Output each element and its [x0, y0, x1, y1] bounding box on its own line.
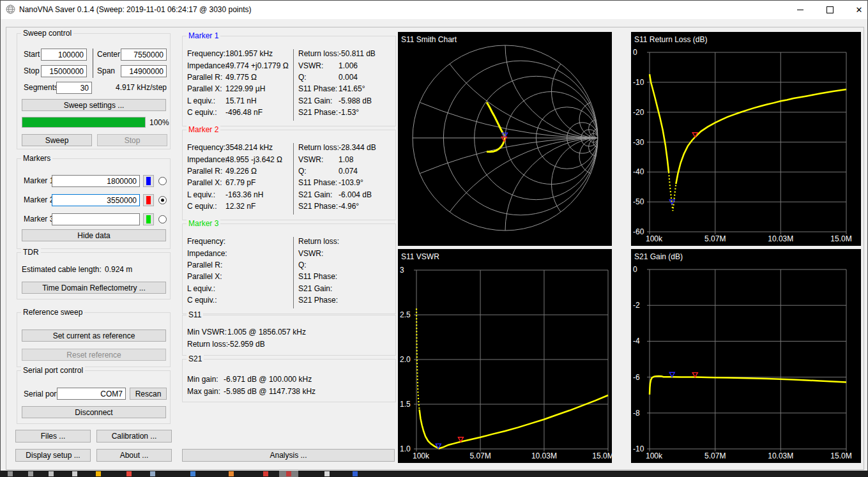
close-button[interactable]: ✕ — [845, 0, 868, 19]
taskbar-app-icon[interactable] — [96, 471, 101, 476]
svg-text:15.0M: 15.0M — [830, 451, 851, 460]
app-window: NanoVNA Saver 0.1.4 (Sweep: 2019-11-01 0… — [0, 0, 868, 477]
center-label: Center — [97, 50, 120, 59]
s11-stats-title: S11 — [187, 310, 203, 319]
s11-return-loss-chart[interactable]: 0-10-20-30-40-50-60100k5.07M10.03M15.0MS… — [631, 32, 861, 246]
stop-button[interactable]: Stop — [97, 134, 167, 146]
svg-text:2.5: 2.5 — [400, 310, 411, 319]
title-bar: NanoVNA Saver 0.1.4 (Sweep: 2019-11-01 0… — [0, 0, 868, 19]
marker1-label: Marker 1 — [24, 176, 54, 185]
about-button[interactable]: About ... — [96, 449, 172, 462]
data-row: Impedance:49.774 +j0.1779 Ω — [187, 59, 292, 71]
maximize-button[interactable] — [816, 0, 844, 19]
taskbar-app-icon[interactable] — [28, 471, 33, 476]
data-row: Frequency:1801.957 kHz — [187, 48, 292, 59]
taskbar-app-icon[interactable] — [229, 471, 234, 476]
start-input[interactable] — [41, 49, 87, 61]
sweep-settings-button[interactable]: Sweep settings ... — [22, 99, 166, 111]
field-label: S21 Gain: — [298, 190, 339, 199]
marker2-radio[interactable] — [158, 196, 167, 204]
field-label: C equiv.: — [187, 108, 225, 117]
tdr-button[interactable]: Time Domain Reflectometry ... — [22, 282, 166, 294]
field-label: Min gain: — [187, 375, 224, 384]
taskbar-app-icon[interactable] — [72, 471, 77, 476]
taskbar-app-icon[interactable] — [324, 471, 330, 476]
field-label: Max gain: — [187, 387, 224, 396]
group-label: TDR — [21, 248, 41, 257]
data-row: Parallel R:49.226 Ω — [187, 165, 292, 177]
svg-text:0: 0 — [633, 265, 637, 274]
stop-input[interactable] — [41, 65, 87, 77]
marker2-color-button[interactable] — [143, 194, 154, 206]
data-row: Parallel X: — [187, 271, 292, 282]
files-button[interactable]: Files ... — [15, 430, 91, 443]
marker1-radio[interactable] — [158, 177, 167, 185]
svg-text:10.03M: 10.03M — [768, 234, 793, 243]
taskbar-app-icon[interactable] — [353, 471, 358, 476]
field-label: Impedance: — [187, 249, 225, 258]
field-value: -103.9° — [339, 178, 363, 187]
marker1-color-button[interactable] — [143, 175, 154, 187]
data-row: Frequency: — [187, 236, 292, 247]
field-label: Min VSWR: — [187, 328, 227, 337]
taskbar-app-icon[interactable] — [286, 471, 291, 476]
marker3-label: Marker 3 — [24, 215, 54, 223]
data-row: Parallel R: — [187, 259, 292, 271]
s21-gain-chart[interactable]: 0-2-4-6-8-10100k5.07M10.03M15.0MS21 Gain… — [631, 249, 861, 463]
field-value: -50.811 dB — [339, 49, 376, 58]
marker3-data-group: Marker 3 Frequency:Impedance:Parallel R:… — [182, 223, 396, 314]
field-value: 1229.99 µH — [225, 84, 265, 93]
calibration-button[interactable]: Calibration ... — [96, 430, 172, 443]
svg-text:3: 3 — [400, 266, 404, 275]
sweep-button[interactable]: Sweep — [22, 134, 92, 146]
field-value: 12.32 nF — [225, 202, 255, 211]
marker1-input[interactable] — [52, 175, 140, 187]
marker2-input[interactable] — [52, 194, 140, 206]
taskbar-app-icon[interactable] — [263, 471, 268, 476]
serial-port-input[interactable] — [57, 388, 126, 400]
field-label: VSWR: — [298, 155, 339, 164]
s11-vswr-chart[interactable]: 32.52.01.51.0100k5.07M10.03M15.0MS11 VSW… — [398, 249, 612, 463]
marker3-color-swatch — [146, 215, 151, 223]
windows-taskbar[interactable] — [0, 471, 868, 477]
data-row: S11 Phase: — [298, 271, 393, 282]
svg-text:1.0: 1.0 — [400, 444, 411, 453]
taskbar-app-icon[interactable] — [190, 471, 195, 476]
marker3-input[interactable] — [52, 213, 140, 225]
marker3-color-button[interactable] — [143, 213, 154, 225]
taskbar-app-icon[interactable] — [49, 471, 54, 476]
data-row: VSWR:1.08 — [298, 153, 393, 165]
minimize-button[interactable] — [786, 0, 814, 19]
field-value: -496.48 nF — [225, 108, 263, 117]
marker3-radio[interactable] — [158, 215, 167, 223]
field-value: 1.006 — [339, 61, 358, 70]
disconnect-button[interactable]: Disconnect — [22, 406, 166, 418]
marker2-label: Marker 2 — [24, 195, 54, 204]
data-row: S11 Phase:-103.9° — [298, 177, 393, 188]
field-value: -52.959 dB — [227, 340, 265, 349]
marker2-left-column: Frequency:3548.214 kHzImpedance:48.955 -… — [187, 142, 292, 212]
marker2-data-group: Marker 2 Frequency:3548.214 kHzImpedance… — [182, 130, 396, 220]
data-row: C equiv.:12.32 nF — [187, 201, 292, 212]
rescan-button[interactable]: Rescan — [130, 388, 167, 400]
taskbar-app-icon[interactable] — [126, 471, 132, 476]
s21-stats-rows: Min gain:-6.971 dB @ 100.000 kHzMax gain… — [187, 373, 392, 398]
data-row: Return loss:-28.344 dB — [298, 142, 393, 153]
field-label: S11 Phase: — [298, 178, 339, 187]
center-input[interactable] — [121, 49, 167, 61]
data-row: Max gain:-5.985 dB @ 1147.738 kHz — [187, 386, 392, 398]
data-row: Min gain:-6.971 dB @ 100.000 kHz — [187, 373, 392, 386]
reset-reference-button[interactable]: Reset reference — [22, 349, 166, 361]
s11-smith-chart[interactable]: S11 Smith Chart — [398, 32, 612, 246]
data-row: S21 Gain:-6.004 dB — [298, 189, 393, 201]
analysis-button[interactable]: Analysis ... — [182, 449, 395, 462]
set-reference-button[interactable]: Set current as reference — [22, 329, 166, 342]
hide-data-button[interactable]: Hide data — [22, 229, 166, 241]
segments-input[interactable] — [56, 82, 92, 94]
taskbar-app-icon[interactable] — [8, 471, 13, 476]
field-label: S21 Phase: — [298, 108, 339, 117]
span-input[interactable] — [121, 65, 167, 77]
taskbar-app-icon[interactable] — [150, 471, 155, 476]
field-value: -5.988 dB — [339, 96, 372, 105]
display-setup-button[interactable]: Display setup ... — [15, 449, 91, 462]
